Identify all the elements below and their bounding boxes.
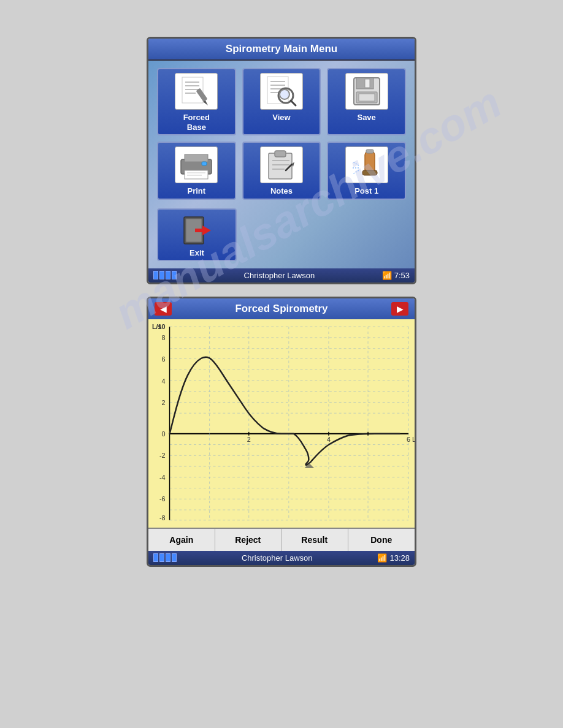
top-status-bar: Christopher Lawson 📶 7:53 xyxy=(148,268,415,282)
save-button[interactable]: Save xyxy=(327,68,406,135)
forced-base-icon-box xyxy=(175,73,218,110)
svg-line-36 xyxy=(353,162,359,165)
bottom-battery-bar-2 xyxy=(159,553,164,562)
battery-bar-3 xyxy=(166,271,170,279)
svg-rect-34 xyxy=(362,170,377,175)
main-menu-panel: Spirometry Main Menu xyxy=(147,37,416,284)
svg-rect-44 xyxy=(170,327,409,520)
post1-icon-box xyxy=(345,146,388,183)
battery-icon xyxy=(153,271,177,279)
svg-text:0: 0 xyxy=(162,430,166,437)
exit-row: Exit xyxy=(157,206,406,261)
post1-label: Post 1 xyxy=(354,186,378,196)
result-button[interactable]: Result xyxy=(282,529,348,551)
svg-text:-6: -6 xyxy=(159,495,166,502)
bottom-battery-bar-4 xyxy=(172,553,177,562)
svg-rect-21 xyxy=(185,154,208,162)
notes-button[interactable]: Notes xyxy=(242,142,321,200)
view-icon xyxy=(262,75,301,108)
top-status-time: 📶 7:53 xyxy=(382,271,410,280)
post1-button[interactable]: Post 1 xyxy=(327,142,406,200)
save-icon-box xyxy=(345,73,388,110)
view-label: View xyxy=(272,113,290,123)
view-icon-box xyxy=(260,73,303,110)
post1-icon xyxy=(348,148,386,181)
svg-rect-43 xyxy=(195,229,204,232)
view-button[interactable]: View xyxy=(242,68,321,135)
signal-icon: 📶 xyxy=(382,271,392,280)
svg-point-13 xyxy=(280,89,289,99)
spirometry-title-text: Forced Spirometry xyxy=(235,303,327,315)
exit-icon-box xyxy=(178,213,216,248)
battery-bar-2 xyxy=(159,271,164,279)
print-button[interactable]: Print xyxy=(157,142,236,200)
svg-rect-25 xyxy=(202,162,207,165)
print-icon-box xyxy=(175,146,218,183)
bottom-battery-bar-1 xyxy=(153,553,158,562)
bottom-battery-bar-3 xyxy=(166,553,170,562)
svg-rect-27 xyxy=(275,151,286,157)
exit-icon xyxy=(178,213,216,246)
spirometry-chart: 10 8 6 4 2 0 -2 -4 -6 -8 L/s 2 4 6 L xyxy=(148,319,415,528)
exit-button[interactable]: Exit xyxy=(157,208,237,261)
top-time-value: 7:53 xyxy=(394,271,410,280)
print-label: Print xyxy=(188,186,206,196)
forced-base-label: ForcedBase xyxy=(183,113,210,132)
notes-label: Notes xyxy=(270,186,293,196)
bottom-status-time: 📶 13:28 xyxy=(377,553,410,563)
spirometry-chart-svg: 10 8 6 4 2 0 -2 -4 -6 -8 L/s 2 4 6 L xyxy=(148,319,415,528)
main-menu-title: Spirometry Main Menu xyxy=(148,39,415,61)
svg-rect-17 xyxy=(365,79,370,88)
spirometry-panel: ◀ Forced Spirometry ▶ xyxy=(147,297,416,567)
forced-base-icon xyxy=(177,75,215,108)
svg-text:6: 6 xyxy=(407,435,410,442)
svg-text:4: 4 xyxy=(327,435,331,442)
main-menu-body: ForcedBase xyxy=(148,61,415,268)
bottom-battery-icon xyxy=(153,553,177,562)
bottom-status-bar: Christopher Lawson 📶 13:28 xyxy=(148,551,415,565)
done-button[interactable]: Done xyxy=(348,529,415,551)
svg-line-14 xyxy=(291,100,296,105)
bottom-status-user: Christopher Lawson xyxy=(182,553,372,563)
save-label: Save xyxy=(357,113,375,123)
again-button[interactable]: Again xyxy=(148,529,215,551)
svg-marker-42 xyxy=(202,226,211,235)
svg-text:L/s: L/s xyxy=(152,323,162,330)
battery-bar-4 xyxy=(172,271,177,279)
svg-text:8: 8 xyxy=(162,334,166,341)
top-status-user: Christopher Lawson xyxy=(182,271,377,280)
svg-text:6: 6 xyxy=(162,355,166,363)
nav-left-arrow[interactable]: ◀ xyxy=(155,302,172,316)
print-icon xyxy=(177,148,215,181)
spirometry-title-bar: ◀ Forced Spirometry ▶ xyxy=(148,298,415,319)
battery-bar-1 xyxy=(153,271,158,279)
svg-text:-4: -4 xyxy=(159,474,166,481)
notes-icon-box xyxy=(260,146,303,183)
menu-grid: ForcedBase xyxy=(157,68,406,200)
svg-text:-8: -8 xyxy=(159,514,166,521)
bottom-time-value: 13:28 xyxy=(389,553,410,563)
svg-text:L: L xyxy=(412,435,415,442)
svg-line-38 xyxy=(353,170,359,174)
svg-rect-35 xyxy=(366,150,373,153)
forced-base-button[interactable]: ForcedBase xyxy=(157,68,236,135)
svg-text:2: 2 xyxy=(162,399,166,406)
nav-right-arrow[interactable]: ▶ xyxy=(391,302,408,316)
svg-rect-22 xyxy=(185,170,208,179)
svg-text:2: 2 xyxy=(247,435,251,442)
reject-button[interactable]: Reject xyxy=(215,529,282,551)
exit-label: Exit xyxy=(190,248,204,257)
svg-text:4: 4 xyxy=(162,377,166,385)
bottom-signal-icon: 📶 xyxy=(377,553,387,563)
action-bar: Again Reject Result Done xyxy=(148,528,415,551)
svg-text:-2: -2 xyxy=(159,452,166,459)
notes-icon xyxy=(262,148,301,181)
svg-rect-19 xyxy=(359,94,375,101)
save-icon xyxy=(348,75,386,108)
